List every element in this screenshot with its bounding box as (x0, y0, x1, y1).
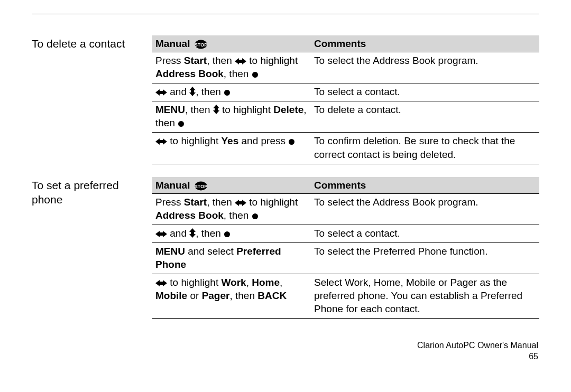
procedure-table: Manual STOPCommentsPress Start, then to … (152, 35, 539, 164)
cell-manual: MENU, then to highlight Delete, then (152, 101, 311, 133)
text: to highlight (167, 277, 221, 288)
cell-manual: Press Start, then to highlight Address B… (152, 52, 311, 83)
text-bold: Mobile (155, 290, 187, 301)
column-manual: Manual STOP (152, 35, 311, 52)
enter-dot-icon (288, 138, 295, 145)
table-row: Press Start, then to highlight Address B… (152, 52, 539, 83)
text: To delete a contact. (314, 104, 401, 115)
text: and (167, 228, 189, 239)
text: , then (185, 104, 213, 115)
manual-page: To delete a contactManual STOPCommentsPr… (0, 0, 571, 319)
table-row: to highlight Yes and press To confirm de… (152, 133, 539, 164)
left-right-icon (235, 58, 246, 65)
svg-text:STOP: STOP (195, 42, 207, 47)
cell-manual: and , then (152, 83, 311, 101)
section-body: Manual STOPCommentsPress Start, then to … (152, 177, 539, 319)
text: Select Work, Home, Mobile or Pager as th… (314, 277, 522, 314)
cell-manual: to highlight Yes and press (152, 133, 311, 164)
text-bold: Address Book (155, 68, 224, 79)
enter-dot-icon (252, 213, 259, 220)
cell-manual: to highlight Work, Home, Mobile or Pager… (152, 274, 311, 319)
stop-icon: STOP (195, 181, 207, 191)
text: To select the Address Book program. (314, 55, 478, 66)
cell-comments: To confirm deletion. Be sure to check th… (311, 133, 539, 164)
text-bold: Delete (273, 104, 303, 115)
svg-point-9 (224, 231, 230, 237)
text: to highlight (167, 135, 221, 146)
text: Press (155, 197, 184, 208)
table-row: to highlight Work, Home, Mobile or Pager… (152, 274, 539, 319)
cell-comments: To select a contact. (311, 83, 539, 101)
cell-manual: and , then (152, 225, 311, 242)
text: To select the Preferred Phone function. (314, 246, 487, 257)
table-row: and , then To select a contact. (152, 83, 539, 101)
svg-point-5 (289, 139, 294, 145)
text: , then (224, 68, 252, 79)
up-down-icon (189, 87, 196, 96)
left-right-icon (235, 199, 246, 207)
text: Press (155, 55, 184, 66)
text: and press (238, 135, 288, 146)
table-header-row: Manual STOPComments (152, 35, 539, 52)
enter-dot-icon (224, 231, 231, 238)
enter-dot-icon (224, 89, 231, 96)
text-bold: Home (252, 277, 280, 288)
text: to highlight (246, 55, 298, 66)
top-divider (32, 14, 539, 14)
cell-comments: To select a contact. (311, 225, 539, 242)
section-body: Manual STOPCommentsPress Start, then to … (152, 35, 539, 164)
cell-comments: To select the Address Book program. (311, 52, 539, 83)
procedure-table: Manual STOPCommentsPress Start, then to … (152, 177, 539, 319)
text: , then (229, 290, 257, 301)
table-row: Press Start, then to highlight Address B… (152, 193, 539, 225)
text: , (246, 277, 252, 288)
procedure-section: To set a preferred phoneManual STOPComme… (32, 177, 539, 319)
column-comments: Comments (311, 177, 539, 194)
enter-dot-icon (252, 71, 259, 78)
footer-title: Clarion AutoPC Owner's Manual (417, 340, 538, 351)
left-right-icon (155, 138, 167, 145)
text: To confirm deletion. Be sure to check th… (314, 135, 515, 160)
up-down-icon (213, 105, 219, 114)
stop-icon: STOP (195, 40, 207, 49)
left-right-icon (155, 279, 167, 287)
text: , (280, 277, 282, 288)
page-footer: Clarion AutoPC Owner's Manual 65 (417, 340, 538, 362)
text: To select a contact. (314, 86, 400, 97)
text: or (187, 290, 201, 301)
left-right-icon (155, 89, 167, 96)
column-comments: Comments (311, 35, 539, 52)
text-bold: Work (221, 277, 246, 288)
text: and (167, 86, 189, 97)
cell-comments: To select the Address Book program. (311, 193, 539, 225)
sections-container: To delete a contactManual STOPCommentsPr… (32, 35, 539, 319)
text-bold: Address Book (155, 210, 224, 221)
svg-point-4 (178, 121, 184, 127)
text: , then (207, 197, 235, 208)
svg-text:STOP: STOP (195, 183, 207, 189)
table-row: and , then To select a contact. (152, 225, 539, 242)
table-row: MENU, then to highlight Delete, then To … (152, 101, 539, 133)
text: , then (196, 86, 224, 97)
cell-comments: To select the Preferred Phone function. (311, 242, 539, 274)
text-bold: Start (184, 55, 207, 66)
text-bold: Pager (202, 290, 230, 301)
text: , then (224, 210, 252, 221)
text-bold: BACK (257, 290, 287, 301)
column-manual: Manual STOP (152, 177, 311, 194)
section-heading: To set a preferred phone (32, 177, 152, 207)
table-row: MENU and select Preferred PhoneTo select… (152, 242, 539, 274)
text-bold: MENU (155, 104, 185, 115)
text-bold: Start (184, 197, 207, 208)
left-right-icon (155, 230, 167, 238)
text: and select (185, 246, 236, 257)
svg-point-8 (252, 213, 258, 219)
table-header-row: Manual STOPComments (152, 177, 539, 194)
section-heading: To delete a contact (32, 35, 152, 51)
text-bold: MENU (155, 246, 185, 257)
text: to highlight (246, 197, 298, 208)
procedure-section: To delete a contactManual STOPCommentsPr… (32, 35, 539, 164)
footer-page-number: 65 (417, 351, 538, 362)
text-bold: Yes (221, 135, 238, 146)
up-down-icon (189, 228, 196, 238)
